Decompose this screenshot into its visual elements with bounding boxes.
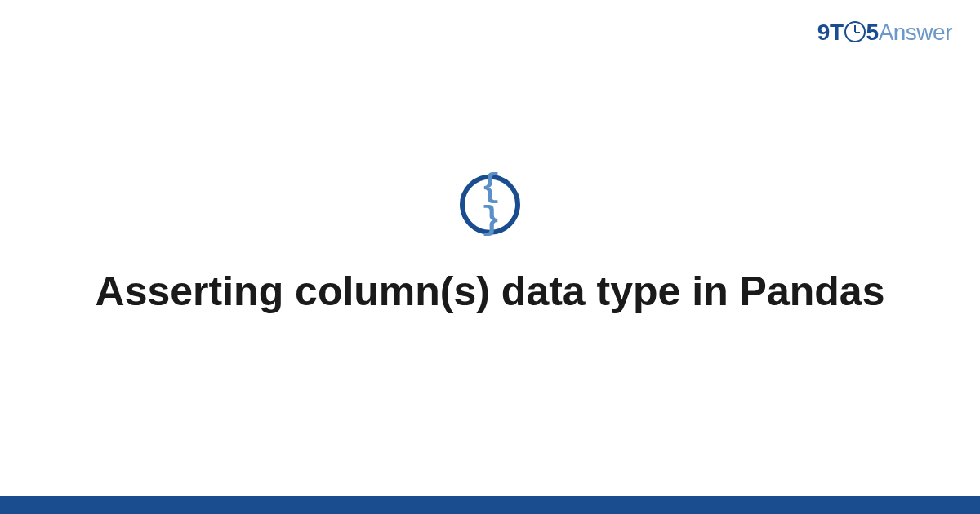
logo-text-5: 5 (866, 20, 879, 45)
logo-text-9t: 9T (817, 20, 844, 45)
code-braces-icon: { } (460, 175, 520, 235)
braces-glyph: { } (465, 172, 515, 237)
clock-icon (844, 21, 866, 42)
main-content: { } Asserting column(s) data type in Pan… (0, 175, 980, 317)
site-logo: 9T5Answer (817, 20, 952, 46)
page-title: Asserting column(s) data type in Pandas (0, 266, 980, 317)
footer-bar (0, 496, 980, 514)
logo-text-answer: Answer (879, 20, 952, 45)
